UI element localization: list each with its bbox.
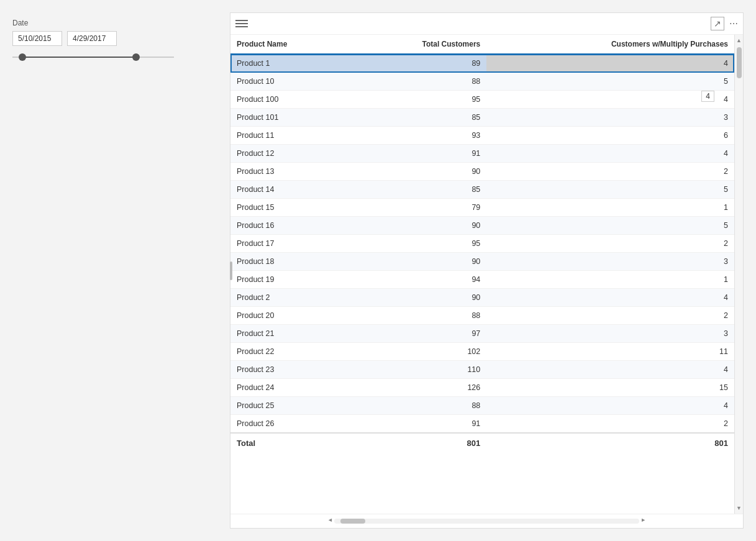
cell-total-customers: 94 <box>351 271 486 289</box>
cell-product-name: Product 20 <box>230 307 351 325</box>
cell-product-name: Product 100 <box>230 91 351 109</box>
horizontal-scrollbar[interactable] <box>334 519 639 524</box>
panel-footer: ◄ ► <box>230 514 743 528</box>
value-tooltip: 4 <box>701 91 714 102</box>
cell-customers-multiply: 2 <box>486 235 734 253</box>
table-row[interactable]: Product 26912 <box>230 415 734 434</box>
table-row[interactable]: Product 13902 <box>230 163 734 181</box>
more-options-icon[interactable]: ⋯ <box>729 19 738 29</box>
slider-fill <box>22 57 137 58</box>
cell-customers-multiply: 2 <box>486 307 734 325</box>
horizontal-scroll-thumb[interactable] <box>340 519 365 524</box>
expand-icon[interactable]: ↗ <box>711 17 724 30</box>
table-row[interactable]: Product 21973 <box>230 325 734 343</box>
table-row[interactable]: Product 20882 <box>230 307 734 325</box>
cell-customers-multiply: 3 <box>486 325 734 343</box>
cell-customers-multiply: 11 <box>486 343 734 361</box>
cell-customers-multiply: 2 <box>486 415 734 434</box>
cell-customers-multiply: 4 <box>486 91 734 109</box>
cell-customers-multiply: 4 <box>486 397 734 415</box>
cell-total-customers: 85 <box>351 109 486 127</box>
cell-total-customers: 90 <box>351 163 486 181</box>
table-row[interactable]: Product 25884 <box>230 397 734 415</box>
cell-total-customers: 93 <box>351 127 486 145</box>
footer-total-customers: 801 <box>351 433 486 453</box>
cell-customers-multiply: 4 <box>486 54 734 73</box>
cell-product-name: Product 21 <box>230 325 351 343</box>
header-row: Product Name Total Customers Customers w… <box>230 35 734 54</box>
cell-product-name: Product 13 <box>230 163 351 181</box>
menu-line-3 <box>235 26 248 27</box>
table-body: Product 1894Product 10885Product 100954P… <box>230 54 734 433</box>
cell-product-name: Product 25 <box>230 397 351 415</box>
cell-customers-multiply: 4 <box>486 289 734 307</box>
table-row[interactable]: Product 14855 <box>230 181 734 199</box>
table-row[interactable]: Product 101853 <box>230 109 734 127</box>
menu-line-1 <box>235 20 248 21</box>
table-row[interactable]: Product 18903 <box>230 253 734 271</box>
cell-product-name: Product 19 <box>230 271 351 289</box>
slider-thumb-left[interactable] <box>19 53 26 61</box>
table-row[interactable]: Product 16905 <box>230 217 734 235</box>
resize-handle[interactable] <box>230 261 232 280</box>
cell-customers-multiply: 6 <box>486 127 734 145</box>
cell-product-name: Product 14 <box>230 181 351 199</box>
start-date-input[interactable]: 5/10/2015 <box>12 31 62 46</box>
cell-total-customers: 88 <box>351 307 486 325</box>
date-filter: Date 5/10/2015 4/29/2017 <box>12 19 199 63</box>
vertical-scrollbar[interactable]: ▲ ▼ <box>734 35 743 514</box>
cell-product-name: Product 12 <box>230 145 351 163</box>
cell-customers-multiply: 1 <box>486 271 734 289</box>
table-row[interactable]: Product 15791 <box>230 199 734 217</box>
cell-customers-multiply: 5 <box>486 181 734 199</box>
cell-product-name: Product 17 <box>230 235 351 253</box>
cell-customers-multiply: 2 <box>486 163 734 181</box>
cell-customers-multiply: 5 <box>486 217 734 235</box>
cell-product-name: Product 16 <box>230 217 351 235</box>
cell-customers-multiply: 15 <box>486 379 734 397</box>
page-container: Date 5/10/2015 4/29/2017 ↗ ⋯ <box>0 0 756 541</box>
cell-customers-multiply: 3 <box>486 109 734 127</box>
table-row[interactable]: Product 231104 <box>230 361 734 379</box>
table-row[interactable]: Product 2904 <box>230 289 734 307</box>
date-filter-label: Date <box>12 19 199 27</box>
table-row[interactable]: Product 100954 <box>230 91 734 109</box>
cell-product-name: Product 2 <box>230 289 351 307</box>
cell-product-name: Product 15 <box>230 199 351 217</box>
cell-total-customers: 102 <box>351 343 486 361</box>
cell-total-customers: 110 <box>351 361 486 379</box>
panel-header: ↗ ⋯ <box>230 13 743 35</box>
cell-total-customers: 126 <box>351 379 486 397</box>
col-total-customers: Total Customers <box>351 35 486 54</box>
scroll-thumb[interactable] <box>737 47 742 78</box>
scroll-left-arrow[interactable]: ◄ <box>326 517 334 525</box>
scroll-right-arrow[interactable]: ► <box>639 517 648 525</box>
table-row[interactable]: Product 19941 <box>230 271 734 289</box>
table-row[interactable]: Product 10885 <box>230 73 734 91</box>
scroll-down-arrow[interactable]: ▼ <box>735 504 743 512</box>
data-table: Product Name Total Customers Customers w… <box>230 35 734 453</box>
end-date-input[interactable]: 4/29/2017 <box>67 31 117 46</box>
cell-total-customers: 90 <box>351 289 486 307</box>
menu-icon[interactable] <box>235 20 248 27</box>
table-row[interactable]: Product 2412615 <box>230 379 734 397</box>
cell-product-name: Product 24 <box>230 379 351 397</box>
cell-product-name: Product 11 <box>230 127 351 145</box>
table-row[interactable]: Product 12914 <box>230 145 734 163</box>
table-scroll[interactable]: Product Name Total Customers Customers w… <box>230 35 734 514</box>
cell-product-name: Product 10 <box>230 73 351 91</box>
table-row[interactable]: Product 17952 <box>230 235 734 253</box>
table-footer: Total 801 801 <box>230 433 734 453</box>
cell-total-customers: 89 <box>351 54 486 73</box>
panel-header-right: ↗ ⋯ <box>711 17 738 30</box>
cell-customers-multiply: 1 <box>486 199 734 217</box>
scroll-up-arrow[interactable]: ▲ <box>735 36 743 45</box>
table-row[interactable]: Product 1894 <box>230 54 734 73</box>
table-row[interactable]: Product 2210211 <box>230 343 734 361</box>
slider-thumb-right[interactable] <box>132 53 140 61</box>
cell-total-customers: 91 <box>351 145 486 163</box>
cell-customers-multiply: 4 <box>486 145 734 163</box>
cell-customers-multiply: 5 <box>486 73 734 91</box>
table-row[interactable]: Product 11936 <box>230 127 734 145</box>
date-slider[interactable] <box>12 51 174 63</box>
